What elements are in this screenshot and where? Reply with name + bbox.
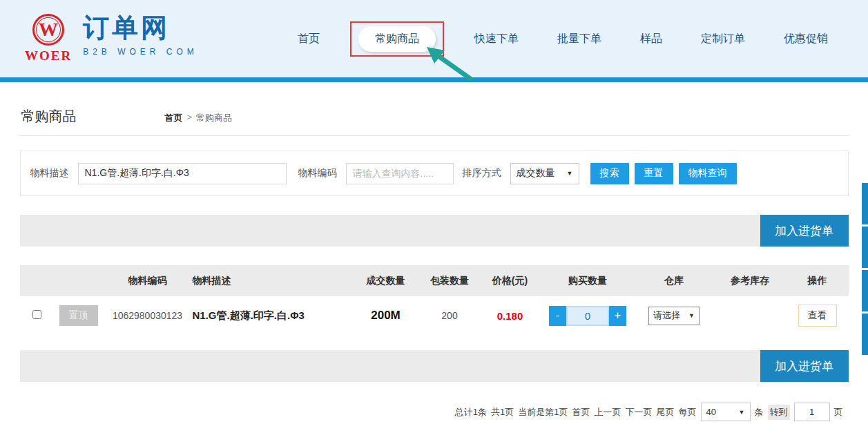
products-table: 物料编码 物料描述 成交数量 包装数量 价格(元) 购买数量 仓库 参考库存 操…: [20, 265, 849, 335]
col-header-action: 操作: [787, 265, 849, 296]
action-bar-top: 加入进货单: [20, 215, 849, 247]
floating-sidebar: [862, 183, 868, 355]
cell-pack-qty: 200: [421, 296, 479, 335]
per-page-unit: 条: [755, 406, 764, 418]
add-to-purchase-list-button-top[interactable]: 加入进货单: [760, 215, 849, 247]
breadcrumb-separator: >: [187, 112, 193, 124]
quantity-stepper: - +: [549, 306, 626, 326]
pagination-prev[interactable]: 上一页: [595, 406, 621, 418]
goto-label: 转到: [768, 405, 790, 420]
woer-logo-icon: W: [32, 14, 64, 46]
col-header-buy-qty: 购买数量: [541, 265, 635, 296]
cell-price: 0.180: [497, 310, 523, 322]
nav-item-custom-order[interactable]: 定制订单: [701, 32, 745, 46]
main-content: 常购商品 首页 > 常购商品 物料描述 物料编码 排序方式 成交数量 ▼ 搜索 …: [20, 107, 849, 421]
pagination-pages: 共1页: [491, 406, 514, 418]
chevron-down-icon: ▼: [739, 409, 745, 416]
floating-sidebar-item[interactable]: [862, 227, 868, 268]
site-subtitle: B2B WOER COM: [83, 47, 198, 57]
pagination-last[interactable]: 尾页: [657, 406, 675, 418]
cell-material-code: 1062980030123: [103, 296, 193, 335]
material-desc-input[interactable]: [78, 163, 287, 184]
col-header-desc: 物料描述: [193, 265, 351, 296]
cell-ref-stock: [714, 296, 787, 335]
floating-sidebar-item[interactable]: [862, 183, 868, 224]
floating-sidebar-item[interactable]: [862, 270, 868, 311]
floating-sidebar-item[interactable]: [862, 314, 868, 355]
pagination-first[interactable]: 首页: [572, 406, 590, 418]
col-header-ref-stock: 参考库存: [714, 265, 787, 296]
sort-select[interactable]: 成交数量 ▼: [510, 163, 579, 184]
col-header-code: 物料编码: [103, 265, 193, 296]
pin-to-top-button[interactable]: 置顶: [59, 305, 98, 326]
reset-button[interactable]: 重置: [635, 163, 673, 184]
view-button[interactable]: 查看: [798, 305, 837, 327]
material-query-button[interactable]: 物料查询: [679, 163, 737, 184]
pagination-next[interactable]: 下一页: [626, 406, 653, 418]
row-checkbox[interactable]: [32, 310, 41, 319]
sort-select-value: 成交数量: [517, 167, 555, 180]
pagination-current: 当前是第1页: [518, 406, 568, 418]
per-page-select[interactable]: 40 ▼: [701, 403, 751, 421]
pagination-total: 总计1条: [455, 406, 487, 418]
nav-item-samples[interactable]: 样品: [640, 32, 662, 46]
pagination: 总计1条 共1页 当前是第1页 首页 上一页 下一页 尾页 每页 40 ▼ 条 …: [20, 403, 849, 421]
goto-page-input[interactable]: [794, 403, 830, 421]
table-row: 置顶 1062980030123 N1.G管.超薄.印字.白.Φ3 200M 2…: [20, 296, 849, 335]
annotation-arrow-icon: [423, 44, 478, 83]
cell-deal-qty: 200M: [371, 309, 401, 322]
logo-woer-text: WOER: [25, 48, 72, 64]
col-header-warehouse: 仓库: [635, 265, 714, 296]
col-header-price: 价格(元): [479, 265, 541, 296]
per-page-label: 每页: [679, 406, 697, 418]
breadcrumb-home[interactable]: 首页: [165, 112, 183, 124]
col-header-pack-qty: 包装数量: [421, 265, 479, 296]
sort-mode-label: 排序方式: [463, 167, 501, 180]
cell-material-desc: N1.G管.超薄.印字.白.Φ3: [193, 309, 305, 321]
qty-increase-button[interactable]: +: [609, 306, 626, 326]
main-nav: 首页 常购商品 快速下单 批量下单 样品 定制订单 优惠促销: [298, 26, 868, 52]
goto-page-unit: 页: [834, 406, 843, 418]
warehouse-select[interactable]: 请选择 ▼: [648, 307, 700, 325]
action-bar-bottom: 加入进货单: [20, 350, 849, 382]
nav-item-batch-order[interactable]: 批量下单: [557, 32, 601, 46]
site-header: W WOER 订单网 B2B WOER COM 首页 常购商品 快速下单 批量下…: [0, 0, 868, 77]
nav-item-home[interactable]: 首页: [298, 32, 320, 46]
filter-bar: 物料描述 物料编码 排序方式 成交数量 ▼ 搜索 重置 物料查询: [20, 151, 849, 196]
qty-input[interactable]: [566, 306, 609, 326]
chevron-down-icon: ▼: [567, 170, 573, 177]
breadcrumb-current: 常购商品: [196, 112, 232, 124]
search-button[interactable]: 搜索: [590, 163, 629, 184]
col-header-deal-qty: 成交数量: [351, 265, 421, 296]
table-header-row: 物料编码 物料描述 成交数量 包装数量 价格(元) 购买数量 仓库 参考库存 操…: [20, 265, 849, 296]
nav-item-quick-order[interactable]: 快速下单: [474, 32, 519, 46]
material-code-label: 物料编码: [298, 167, 337, 180]
site-name: 订单网: [83, 14, 198, 43]
material-desc-label: 物料描述: [30, 167, 69, 180]
chevron-down-icon: ▼: [688, 312, 695, 319]
breadcrumb: 首页 > 常购商品: [165, 112, 233, 124]
material-code-input[interactable]: [346, 163, 454, 184]
nav-item-promotions[interactable]: 优惠促销: [784, 32, 828, 46]
add-to-purchase-list-button-bottom[interactable]: 加入进货单: [760, 350, 849, 382]
logo[interactable]: W WOER 订单网 B2B WOER COM: [0, 14, 198, 64]
per-page-select-value: 40: [706, 407, 716, 417]
qty-decrease-button[interactable]: -: [549, 306, 566, 326]
page-title: 常购商品: [21, 107, 77, 126]
warehouse-select-value: 请选择: [653, 309, 680, 322]
